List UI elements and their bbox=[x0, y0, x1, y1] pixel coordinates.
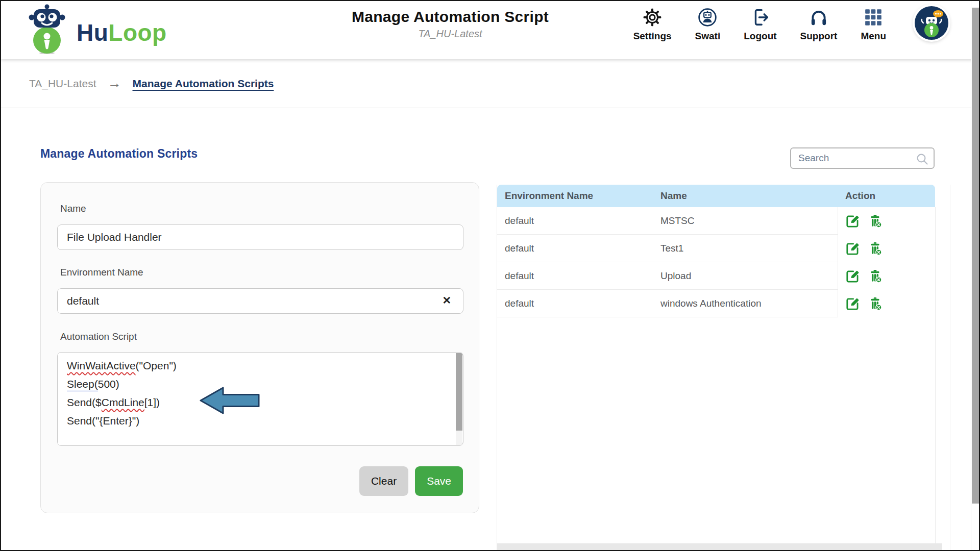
edit-icon[interactable] bbox=[846, 269, 860, 283]
edit-icon[interactable] bbox=[846, 297, 860, 311]
col-action: Action bbox=[838, 185, 935, 207]
script-line: Send($CmdLine[1]) bbox=[67, 393, 463, 412]
clear-button[interactable]: Clear bbox=[359, 466, 408, 496]
huloop-logo[interactable]: HuLoop bbox=[26, 4, 167, 56]
page-subtitle: TA_HU-Latest bbox=[287, 28, 614, 40]
cell-name: Test1 bbox=[653, 235, 838, 262]
search-input[interactable] bbox=[791, 148, 934, 168]
table-row: default windows Authentication bbox=[497, 290, 935, 317]
automation-script-editor[interactable]: WinWaitActive("Open") Sleep(500) Send($C… bbox=[57, 352, 463, 446]
breadcrumb: TA_HU-Latest → Manage Automation Scripts bbox=[1, 59, 979, 108]
logout-icon bbox=[750, 8, 770, 27]
page-title: Manage Automation Script bbox=[287, 8, 614, 26]
huloop-bot-avatar-icon bbox=[915, 33, 948, 41]
breadcrumb-current-link[interactable]: Manage Automation Scripts bbox=[133, 78, 274, 90]
script-scrollbar[interactable] bbox=[456, 353, 462, 445]
breadcrumb-arrow-icon: → bbox=[108, 77, 121, 90]
name-label: Name bbox=[60, 203, 86, 214]
col-environment-name: Environment Name bbox=[497, 185, 653, 207]
search-box bbox=[790, 147, 935, 169]
table-header-row: Environment Name Name Action bbox=[497, 185, 935, 207]
page-title-block: Manage Automation Script TA_HU-Latest bbox=[287, 8, 614, 40]
cell-environment: default bbox=[497, 262, 653, 290]
nav-logout[interactable]: Logout bbox=[744, 8, 776, 42]
page-scrollbar[interactable] bbox=[971, 1, 979, 550]
delete-icon[interactable] bbox=[868, 269, 882, 283]
cell-environment: default bbox=[497, 207, 653, 235]
breadcrumb-parent: TA_HU-Latest bbox=[29, 78, 96, 90]
cell-action bbox=[838, 290, 935, 317]
cell-environment: default bbox=[497, 235, 653, 262]
cell-name: windows Authentication bbox=[653, 290, 838, 317]
nav-support[interactable]: Support bbox=[800, 8, 838, 42]
script-line: Sleep(500) bbox=[67, 375, 463, 393]
delete-icon[interactable] bbox=[868, 242, 882, 256]
huloop-robot-icon bbox=[26, 4, 68, 56]
environment-clear-icon[interactable]: ✕ bbox=[442, 295, 451, 306]
script-form-card: Name Environment Name ✕ Automation Scrip… bbox=[40, 182, 479, 513]
header-nav: Settings Swati bbox=[633, 8, 886, 42]
nav-settings[interactable]: Settings bbox=[633, 8, 672, 42]
main-content: Manage Automation Scripts Name Environme… bbox=[1, 108, 979, 550]
table-right-border bbox=[935, 207, 936, 543]
page-scrollbar-thumb[interactable] bbox=[972, 8, 979, 504]
edit-icon[interactable] bbox=[846, 214, 860, 228]
cell-action bbox=[838, 262, 935, 290]
scripts-table: Environment Name Name Action default MST… bbox=[497, 185, 935, 317]
edit-icon[interactable] bbox=[846, 242, 860, 256]
user-avatar[interactable] bbox=[915, 6, 948, 40]
cell-name: MSTSC bbox=[653, 207, 838, 235]
cell-name: Upload bbox=[653, 262, 838, 290]
section-heading: Manage Automation Scripts bbox=[40, 147, 198, 161]
environment-field[interactable] bbox=[57, 288, 463, 314]
nav-user-swati[interactable]: Swati bbox=[695, 8, 721, 42]
col-name: Name bbox=[653, 185, 838, 207]
script-code: WinWaitActive("Open") Sleep(500) Send($C… bbox=[58, 353, 463, 430]
cell-action bbox=[838, 235, 935, 262]
delete-icon[interactable] bbox=[868, 297, 882, 311]
nav-menu[interactable]: Menu bbox=[861, 8, 886, 42]
script-scrollbar-thumb[interactable] bbox=[456, 353, 462, 431]
table-row: default MSTSC bbox=[497, 207, 935, 235]
robot-user-icon bbox=[698, 8, 717, 27]
script-line: Send("{Enter}") bbox=[67, 412, 463, 430]
grid-menu-icon bbox=[864, 8, 883, 27]
brand-wordmark: HuLoop bbox=[77, 19, 167, 46]
table-row: default Upload bbox=[497, 262, 935, 290]
gear-icon bbox=[643, 8, 662, 27]
headphones-icon bbox=[809, 8, 828, 27]
automation-script-label: Automation Script bbox=[60, 331, 137, 342]
table-horizontal-scrollbar[interactable] bbox=[497, 543, 942, 550]
cell-environment: default bbox=[497, 290, 653, 317]
script-line: WinWaitActive("Open") bbox=[67, 357, 463, 375]
environment-label: Environment Name bbox=[60, 267, 143, 278]
cell-action bbox=[838, 207, 935, 235]
app-window: HuLoop Manage Automation Script TA_HU-La… bbox=[0, 0, 980, 551]
form-actions: Clear Save bbox=[359, 466, 463, 496]
table-row: default Test1 bbox=[497, 235, 935, 262]
delete-icon[interactable] bbox=[868, 214, 882, 228]
scripts-table-panel: Environment Name Name Action default MST… bbox=[497, 185, 950, 550]
save-button[interactable]: Save bbox=[415, 466, 463, 496]
app-header: HuLoop Manage Automation Script TA_HU-La… bbox=[1, 1, 979, 59]
name-field[interactable] bbox=[57, 224, 463, 250]
